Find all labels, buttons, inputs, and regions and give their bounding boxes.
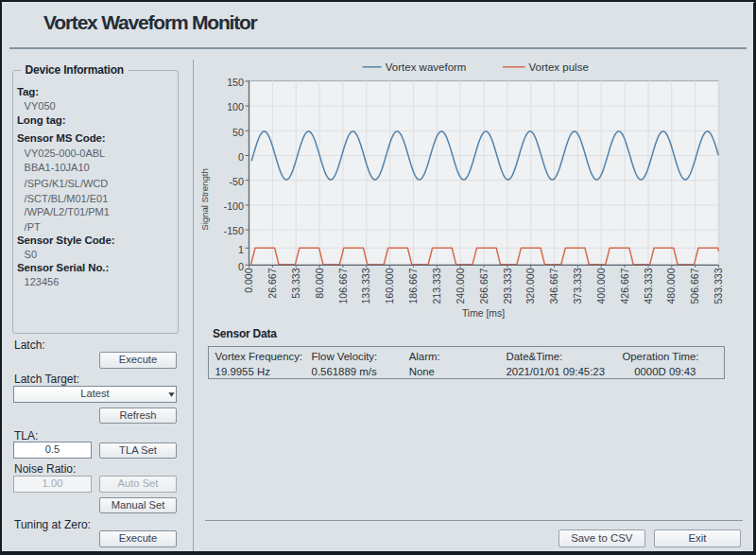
- svg-text:0: 0: [238, 151, 244, 163]
- svg-text:293.333: 293.333: [502, 268, 513, 304]
- svg-text:1: 1: [238, 244, 244, 255]
- svg-text:400.000: 400.000: [595, 268, 607, 304]
- svg-text:346.667: 346.667: [548, 268, 559, 304]
- svg-text:480.000: 480.000: [666, 268, 678, 304]
- svg-text:160.000: 160.000: [384, 268, 395, 304]
- svg-text:506.667: 506.667: [689, 268, 700, 304]
- svg-text:Time [ms]: Time [ms]: [462, 308, 505, 319]
- svg-text:-150: -150: [224, 225, 244, 236]
- svg-text:533.333: 533.333: [713, 268, 724, 304]
- svg-text:Signal Strength: Signal Strength: [199, 168, 210, 231]
- svg-text:133.333: 133.333: [360, 268, 371, 304]
- svg-text:Vortex waveform: Vortex waveform: [386, 61, 467, 73]
- svg-text:80.000: 80.000: [314, 268, 325, 298]
- svg-text:186.667: 186.667: [407, 268, 419, 304]
- svg-text:100: 100: [227, 101, 244, 113]
- svg-text:453.333: 453.333: [643, 268, 654, 304]
- svg-text:50: 50: [232, 127, 244, 138]
- svg-text:266.667: 266.667: [478, 268, 490, 304]
- svg-text:Vortex pulse: Vortex pulse: [529, 61, 589, 73]
- svg-text:320.000: 320.000: [524, 268, 536, 304]
- svg-text:240.000: 240.000: [455, 268, 466, 304]
- svg-text:426.667: 426.667: [619, 268, 630, 304]
- svg-text:-100: -100: [224, 200, 244, 212]
- svg-text:373.333: 373.333: [572, 268, 583, 304]
- svg-text:26.667: 26.667: [266, 268, 278, 298]
- svg-text:53.333: 53.333: [290, 268, 301, 298]
- svg-text:150: 150: [227, 77, 244, 88]
- svg-text:106.667: 106.667: [337, 268, 349, 304]
- svg-text:-50: -50: [230, 176, 245, 187]
- svg-text:0.000: 0.000: [243, 268, 254, 293]
- svg-text:213.333: 213.333: [431, 268, 442, 304]
